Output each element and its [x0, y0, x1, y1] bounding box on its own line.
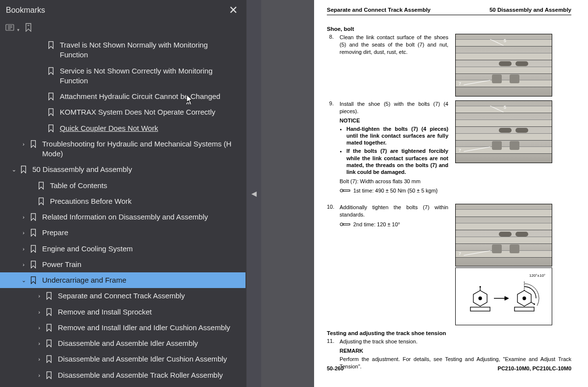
page-number: 50-260: [327, 365, 343, 371]
chevron-right-icon[interactable]: ›: [33, 372, 45, 379]
bookmark-icon: [45, 371, 53, 379]
diagram-angle-label: 120°±10°: [529, 273, 545, 278]
figure-step-9: 5 7: [455, 100, 552, 163]
options-icon[interactable]: [5, 23, 15, 32]
bookmark-label: Undercarriage and Frame: [42, 275, 241, 285]
bookmark-item[interactable]: ›Disassemble and Assemble Track Roller A…: [0, 367, 245, 383]
svg-rect-8: [343, 224, 350, 225]
svg-point-10: [479, 297, 482, 300]
bookmark-icon: [37, 197, 45, 205]
chevron-right-icon[interactable]: ›: [18, 229, 29, 237]
figure-step-10: 7: [455, 204, 552, 266]
bookmark-label: Related Information on Disassembly and A…: [42, 212, 241, 222]
chevron-down-icon[interactable]: ⌄: [8, 166, 20, 173]
step-9-block: 9. Install the shoe (5) with the bolts (…: [327, 100, 571, 200]
chevron-down-icon[interactable]: ⌄: [18, 277, 29, 284]
step-text: Additionally tighten the bolts (7) withi…: [340, 204, 448, 218]
bookmark-icon: [20, 166, 27, 173]
bookmark-item[interactable]: ›Engine and Cooling System: [0, 241, 245, 257]
bookmark-icon: [29, 276, 37, 284]
bookmarks-header: Bookmarks ✕: [0, 0, 246, 21]
notice-label: NOTICE: [340, 117, 448, 124]
torque-wrench-icon: [340, 220, 350, 229]
bookmark-icon: [45, 324, 53, 332]
bookmark-item[interactable]: ›Separate and Connect Track Assembly: [0, 288, 245, 304]
svg-point-5: [340, 189, 343, 192]
panel-splitter[interactable]: ◀: [246, 0, 261, 387]
step-text: Adjusting the track shoe tension.: [340, 338, 571, 345]
svg-point-7: [340, 223, 343, 226]
bookmark-item[interactable]: Table of Contents: [0, 178, 245, 194]
bookmark-item[interactable]: Travel is Not Shown Normally with Monito…: [0, 37, 245, 63]
notice-item: If the bolts (7) are tightened forcibly …: [346, 147, 448, 175]
bookmark-item[interactable]: ›Troubleshooting for Hydraulic and Mecha…: [0, 136, 245, 162]
svg-line-19: [531, 302, 534, 304]
torque-wrench-icon: [340, 186, 350, 195]
header-right: 50 Disassembly and Assembly: [490, 7, 571, 13]
chevron-right-icon[interactable]: ›: [33, 309, 45, 316]
chevron-right-icon[interactable]: ›: [18, 261, 29, 268]
bookmark-item[interactable]: ›Remove and Install Sprocket: [0, 304, 245, 320]
bookmark-label: Remove and Install Sprocket: [58, 307, 241, 317]
page-footer: 50-260 PC210-10M0, PC210LC-10M0: [327, 365, 571, 371]
bookmark-label: Table of Contents: [50, 181, 241, 191]
bookmark-item[interactable]: ›Disassemble and Assemble Idler Cushion …: [0, 351, 245, 367]
svg-rect-21: [514, 307, 534, 311]
close-button[interactable]: ✕: [226, 4, 241, 17]
bookmark-item[interactable]: ›Power Train: [0, 257, 245, 272]
angle-diagram: 120°±10°: [455, 267, 552, 325]
chevron-right-icon[interactable]: ›: [33, 324, 45, 332]
bookmarks-toolbar: [0, 21, 246, 37]
bookmark-label: Attachment Hydraulic Circuit Cannot be C…: [60, 92, 241, 101]
bookmark-label: Precautions Before Work: [50, 196, 241, 206]
bolt-spec: Bolt (7): Width across flats 30 mm: [340, 178, 448, 185]
bookmarks-title: Bookmarks: [6, 6, 45, 15]
bookmark-label: KOMTRAX System Does Not Operate Correctl…: [60, 107, 241, 117]
page-header: Separate and Connect Track Assembly 50 D…: [327, 7, 571, 15]
bookmark-item[interactable]: KOMTRAX System Does Not Operate Correctl…: [0, 104, 245, 120]
chevron-right-icon[interactable]: ›: [18, 245, 29, 253]
torque-value: 2nd time: 120 ± 10°: [353, 221, 400, 228]
figure-step-8: 5 7: [455, 34, 552, 97]
chevron-right-icon[interactable]: ›: [33, 356, 45, 363]
bookmark-item[interactable]: ›Prepare: [0, 225, 245, 241]
svg-point-17: [523, 297, 526, 300]
bookmark-item[interactable]: ›Related Information on Disassembly and …: [0, 209, 245, 225]
bookmarks-tree[interactable]: Travel is Not Shown Normally with Monito…: [0, 37, 246, 387]
chevron-right-icon[interactable]: ›: [18, 214, 29, 221]
bookmark-item[interactable]: ⌄50 Disassembly and Assembly: [0, 162, 245, 177]
bookmark-item[interactable]: Service is Not Shown Correctly with Moni…: [0, 63, 245, 89]
bookmark-item[interactable]: ›Remove and Install Idler and Idler Cush…: [0, 320, 245, 336]
bookmark-icon: [29, 261, 37, 268]
document-page: Separate and Connect Track Assembly 50 D…: [314, 0, 588, 387]
step-number: 10.: [327, 204, 334, 231]
bookmark-item[interactable]: ›Disassemble and Assemble Idler Assembly: [0, 336, 245, 351]
svg-rect-13: [470, 307, 490, 311]
bookmark-icon: [47, 108, 55, 116]
model-number: PC210-10M0, PC210LC-10M0: [498, 365, 571, 371]
find-bookmark-icon[interactable]: [24, 23, 33, 32]
bookmark-icon: [47, 67, 55, 75]
bookmark-icon: [47, 124, 55, 132]
bookmark-icon: [47, 41, 55, 49]
bookmark-icon: [45, 355, 53, 363]
bookmarks-panel: Bookmarks ✕ Travel is Not Shown Normally…: [0, 0, 246, 387]
testing-title: Testing and adjusting the track shoe ten…: [327, 330, 571, 336]
section-title: Shoe, bolt: [327, 26, 571, 32]
chevron-right-icon[interactable]: ›: [33, 340, 45, 347]
bookmark-label: Remove and Install Idler and Idler Cushi…: [58, 323, 241, 333]
svg-rect-6: [343, 190, 350, 192]
bookmark-item[interactable]: Precautions Before Work: [0, 194, 245, 209]
bookmark-item[interactable]: Attachment Hydraulic Circuit Cannot be C…: [0, 89, 245, 104]
bookmark-item[interactable]: ⌄Undercarriage and Frame: [0, 272, 245, 288]
collapse-arrow-icon: ◀: [251, 190, 257, 197]
bookmark-label: Separate and Connect Track Assembly: [58, 291, 241, 301]
bookmark-icon: [29, 229, 37, 237]
bookmark-label: Power Train: [42, 260, 241, 269]
svg-line-20: [534, 304, 535, 305]
bookmark-label: Quick Coupler Does Not Work: [60, 123, 241, 133]
torque-value: 1st time: 490 ± 50 Nm {50 ± 5 kgm}: [353, 187, 438, 194]
chevron-right-icon[interactable]: ›: [33, 292, 45, 300]
bookmark-item[interactable]: Quick Coupler Does Not Work: [0, 121, 245, 136]
chevron-right-icon[interactable]: ›: [18, 141, 29, 148]
